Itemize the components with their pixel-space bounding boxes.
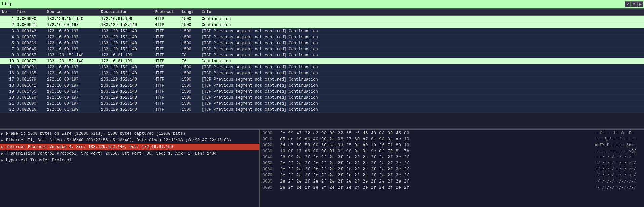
pkt-len: 1500 bbox=[182, 107, 202, 112]
table-row[interactable]: 1 0.000000 183.129.152.140 172.16.61.199… bbox=[0, 16, 644, 22]
hex-row: 0090 2e 2f 2e 2f 2e 2f 2e 2f 2e 2f 2e 2f… bbox=[263, 185, 642, 191]
pkt-src: 172.16.60.197 bbox=[47, 23, 101, 28]
pkt-info: Continuation bbox=[202, 59, 644, 64]
table-row[interactable]: 11 0.000891 172.16.60.197 183.129.152.14… bbox=[0, 64, 644, 70]
table-row[interactable]: 4 0.000267 172.16.60.197 183.129.152.140… bbox=[0, 34, 644, 40]
table-row[interactable]: 18 0.001642 172.16.60.197 183.129.152.14… bbox=[0, 83, 644, 89]
detail-text: Ethernet II, Src: Cisco_e5:d6:40 (00:22:… bbox=[6, 138, 231, 143]
table-row[interactable]: 16 0.001135 172.16.60.197 183.129.152.14… bbox=[0, 70, 644, 76]
pkt-time: 0.000857 bbox=[17, 53, 47, 58]
pkt-dst: 183.129.152.140 bbox=[101, 47, 155, 52]
pkt-dst: 183.129.152.140 bbox=[101, 95, 155, 100]
hex-bytes: 3d c7 50 58 00 50 ad 9d f5 0c b9 19 26 7… bbox=[280, 143, 590, 148]
pkt-proto: HTTP bbox=[155, 77, 182, 82]
hex-ascii: ·/·/·/·/ ·/·/·/·/ bbox=[595, 167, 642, 172]
packet-rows: 1 0.000000 183.129.152.140 172.16.61.199… bbox=[0, 16, 644, 113]
pkt-src: 183.129.152.140 bbox=[47, 53, 101, 58]
pkt-src: 172.16.60.197 bbox=[47, 65, 101, 70]
pkt-no: 7 bbox=[0, 47, 17, 52]
pkt-info: [TCP Previous segment not captured] Cont… bbox=[202, 35, 644, 40]
pkt-len: 1500 bbox=[182, 29, 202, 34]
table-row[interactable]: 17 0.001379 172.16.60.197 183.129.152.14… bbox=[0, 76, 644, 83]
filter-dropdown-button[interactable]: ▼ bbox=[631, 1, 637, 7]
table-row[interactable]: 21 0.002000 172.16.60.197 183.129.152.14… bbox=[0, 101, 644, 107]
pkt-proto: HTTP bbox=[155, 17, 182, 21]
pkt-no: 1 bbox=[0, 17, 17, 21]
detail-row[interactable]: ▶ Internet Protocol Version 4, Src: 183.… bbox=[0, 144, 259, 150]
pkt-time: 0.001135 bbox=[17, 71, 47, 76]
table-row[interactable]: 19 0.001755 172.16.60.197 183.129.152.14… bbox=[0, 89, 644, 95]
pkt-len: 1500 bbox=[182, 77, 202, 82]
detail-text: Frame 1: 1500 bytes on wire (12000 bits)… bbox=[6, 131, 185, 136]
pkt-no: 3 bbox=[0, 29, 17, 34]
pkt-time: 0.000389 bbox=[17, 41, 47, 46]
table-row[interactable]: 9 0.000857 183.129.152.140 172.16.61.199… bbox=[0, 52, 644, 58]
detail-row[interactable]: ▶ Frame 1: 1500 bytes on wire (12000 bit… bbox=[0, 130, 259, 137]
pkt-dst: 172.16.61.199 bbox=[101, 17, 155, 21]
pkt-src: 172.16.60.197 bbox=[47, 47, 101, 52]
col-header-protocol[interactable]: Protocol bbox=[155, 10, 182, 14]
hex-row: 0060 2e 2f 2e 2f 2e 2f 2e 2f 2e 2f 2e 2f… bbox=[263, 166, 642, 172]
pkt-info: Continuation bbox=[202, 23, 644, 28]
pkt-time: 0.002016 bbox=[17, 107, 47, 112]
table-row[interactable]: 22 0.002016 172.16.61.199 183.129.152.14… bbox=[0, 107, 644, 113]
pkt-src: 172.16.60.197 bbox=[47, 101, 101, 106]
col-header-source[interactable]: Source bbox=[47, 10, 101, 14]
detail-text: Transmission Control Protocol, Src Port:… bbox=[6, 151, 217, 156]
pkt-len: 1500 bbox=[182, 17, 202, 21]
table-row[interactable]: 3 0.000142 172.16.60.197 183.129.152.140… bbox=[0, 28, 644, 34]
hex-ascii: ·/·/·/·/ ·/·/·/·/ bbox=[595, 185, 642, 190]
pkt-info: [TCP Previous segment not captured] Cont… bbox=[202, 53, 644, 58]
pkt-src: 172.16.60.197 bbox=[47, 35, 101, 40]
detail-row[interactable]: ▶ Ethernet II, Src: Cisco_e5:d6:40 (00:2… bbox=[0, 137, 259, 144]
pkt-time: 0.001379 bbox=[17, 77, 47, 82]
hex-rows: 0000 fc 99 47 22 d2 08 00 22 55 e5 d6 40… bbox=[263, 130, 642, 191]
detail-row[interactable]: ▶ Transmission Control Protocol, Src Por… bbox=[0, 150, 259, 157]
table-row[interactable]: 7 0.000649 172.16.60.197 183.129.152.140… bbox=[0, 46, 644, 52]
pkt-dst: 183.129.152.140 bbox=[101, 65, 155, 70]
pkt-no: 20 bbox=[0, 95, 17, 100]
pkt-no: 21 bbox=[0, 101, 17, 106]
detail-row[interactable]: ▶ Hypertext Transfer Protocol bbox=[0, 157, 259, 164]
pkt-dst: 183.129.152.140 bbox=[101, 41, 155, 46]
pkt-proto: HTTP bbox=[155, 71, 182, 76]
expand-icon: ▶ bbox=[1, 145, 6, 149]
pkt-len: 1500 bbox=[182, 41, 202, 46]
pkt-dst: 183.129.152.140 bbox=[101, 23, 155, 28]
bottom-panels: ▶ Frame 1: 1500 bytes on wire (12000 bit… bbox=[0, 130, 644, 207]
pkt-src: 172.16.60.197 bbox=[47, 41, 101, 46]
detail-text: Hypertext Transfer Protocol bbox=[6, 158, 71, 163]
hex-row: 0010 05 dc 19 d6 40 00 2a 06 f7 60 b7 81… bbox=[263, 136, 642, 142]
pkt-time: 0.000649 bbox=[17, 47, 47, 52]
table-row[interactable]: 2 0.000021 172.16.60.197 183.129.152.140… bbox=[0, 22, 644, 28]
hex-row: 0050 2e 2f 2e 2f 2e 2f 2e 2f 2e 2f 2e 2f… bbox=[263, 160, 642, 166]
hex-panel: 0000 fc 99 47 22 d2 08 00 22 55 e5 d6 40… bbox=[260, 130, 644, 207]
pkt-dst: 183.129.152.140 bbox=[101, 35, 155, 40]
hex-offset: 0060 bbox=[263, 167, 275, 172]
hex-offset: 0090 bbox=[263, 185, 275, 190]
hex-row: 0080 2e 2f 2e 2f 2e 2f 2e 2f 2e 2f 2e 2f… bbox=[263, 178, 642, 185]
table-row[interactable]: 5 0.000389 172.16.60.197 183.129.152.140… bbox=[0, 40, 644, 46]
pkt-info: [TCP Previous segment not captured] Cont… bbox=[202, 101, 644, 106]
filter-clear-button[interactable]: ✕ bbox=[625, 1, 631, 7]
hex-bytes: 2e 2f 2e 2f 2e 2f 2e 2f 2e 2f 2e 2f 2e 2… bbox=[280, 185, 590, 190]
table-row[interactable]: 20 0.001879 172.16.60.197 183.129.152.14… bbox=[0, 95, 644, 101]
hex-offset: 0020 bbox=[263, 143, 275, 148]
pkt-dst: 172.16.61.199 bbox=[101, 53, 155, 58]
col-header-destination[interactable]: Destination bbox=[101, 10, 155, 14]
col-header-length[interactable]: Lengt bbox=[182, 10, 202, 14]
hex-row: 0040 f8 09 2e 2f 2e 2f 2e 2f 2e 2f 2e 2f… bbox=[263, 154, 642, 160]
pkt-len: 1500 bbox=[182, 23, 202, 28]
hex-bytes: 10 00 17 d6 00 00 01 01 08 0a 0e 9c 02 7… bbox=[280, 149, 590, 154]
pkt-info: [TCP Previous segment not captured] Cont… bbox=[202, 95, 644, 100]
pkt-proto: HTTP bbox=[155, 107, 182, 112]
table-row[interactable]: 10 0.000877 183.129.152.140 172.16.61.19… bbox=[0, 58, 644, 64]
filter-next-button[interactable]: ▶ bbox=[637, 1, 643, 7]
pkt-proto: HTTP bbox=[155, 23, 182, 28]
pkt-len: 1500 bbox=[182, 89, 202, 94]
filter-input[interactable]: http bbox=[0, 0, 625, 8]
pkt-src: 183.129.152.140 bbox=[47, 17, 101, 21]
col-header-info[interactable]: Info bbox=[202, 10, 644, 14]
hex-ascii: ········ ·····yQ{ bbox=[595, 149, 642, 154]
pkt-len: 1500 bbox=[182, 95, 202, 100]
